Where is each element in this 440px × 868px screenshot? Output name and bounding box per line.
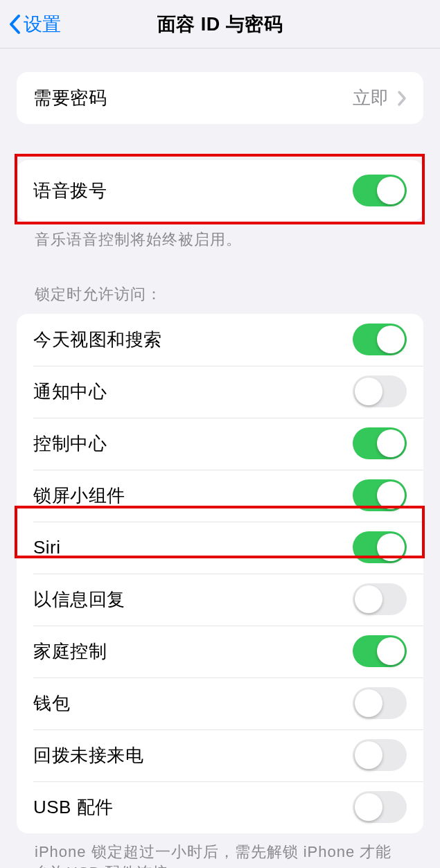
locked-access-item-label: 锁屏小组件 xyxy=(33,484,125,508)
chevron-left-icon xyxy=(8,14,21,35)
locked-access-item-label: Siri xyxy=(33,537,61,558)
back-button[interactable]: 设置 xyxy=(8,12,61,37)
require-passcode-label: 需要密码 xyxy=(33,86,107,110)
voice-dial-footer: 音乐语音控制将始终被启用。 xyxy=(17,221,423,251)
locked-access-item-toggle[interactable] xyxy=(353,739,407,771)
locked-access-item-label: 回拨未接来电 xyxy=(33,743,143,768)
chevron-right-icon xyxy=(397,90,407,107)
locked-access-item-label: 通知中心 xyxy=(33,380,107,404)
locked-access-item-label: 钱包 xyxy=(33,691,70,716)
voice-dial-label: 语音拨号 xyxy=(33,179,107,203)
group-locked-access: 今天视图和搜索通知中心控制中心锁屏小组件Siri以信息回复家庭控制钱包回拨未接来… xyxy=(17,314,423,833)
locked-access-item-toggle[interactable] xyxy=(353,687,407,719)
locked-access-row: 以信息回复 xyxy=(17,574,423,626)
locked-access-item-label: 今天视图和搜索 xyxy=(33,328,162,352)
locked-access-item-toggle[interactable] xyxy=(353,375,407,407)
locked-access-row: Siri xyxy=(17,522,423,574)
locked-access-item-label: 控制中心 xyxy=(33,432,107,456)
locked-access-item-toggle[interactable] xyxy=(353,427,407,459)
locked-access-item-toggle[interactable] xyxy=(353,583,407,615)
locked-access-row: USB 配件 xyxy=(17,781,423,833)
locked-access-row: 家庭控制 xyxy=(17,626,423,677)
locked-access-item-label: 以信息回复 xyxy=(33,587,125,612)
require-passcode-value: 立即 xyxy=(353,86,389,110)
page-title: 面容 ID 与密码 xyxy=(157,12,283,37)
voice-dial-toggle[interactable] xyxy=(353,175,407,206)
navigation-bar: 设置 面容 ID 与密码 xyxy=(0,0,440,48)
row-voice-dial: 语音拨号 xyxy=(17,160,423,221)
back-label: 设置 xyxy=(24,12,61,37)
locked-access-item-toggle[interactable] xyxy=(353,324,407,355)
locked-access-item-toggle[interactable] xyxy=(353,791,407,823)
locked-access-header: 锁定时允许访问： xyxy=(17,276,423,305)
locked-access-row: 钱包 xyxy=(17,677,423,729)
group-require-passcode: 需要密码 立即 xyxy=(17,72,423,124)
locked-access-footer: iPhone 锁定超过一小时后，需先解锁 iPhone 才能允许USB 配件连接… xyxy=(17,833,423,868)
group-voice-dial: 语音拨号 xyxy=(17,160,423,221)
locked-access-item-label: USB 配件 xyxy=(33,795,114,820)
locked-access-row: 控制中心 xyxy=(17,418,423,470)
locked-access-row: 通知中心 xyxy=(17,366,423,418)
locked-access-item-toggle[interactable] xyxy=(353,479,407,511)
row-require-passcode[interactable]: 需要密码 立即 xyxy=(17,72,423,124)
locked-access-item-toggle[interactable] xyxy=(353,635,407,667)
locked-access-row: 今天视图和搜索 xyxy=(17,314,423,366)
locked-access-item-toggle[interactable] xyxy=(353,531,407,563)
locked-access-row: 锁屏小组件 xyxy=(17,470,423,522)
locked-access-row: 回拨未接来电 xyxy=(17,729,423,781)
locked-access-item-label: 家庭控制 xyxy=(33,639,107,664)
